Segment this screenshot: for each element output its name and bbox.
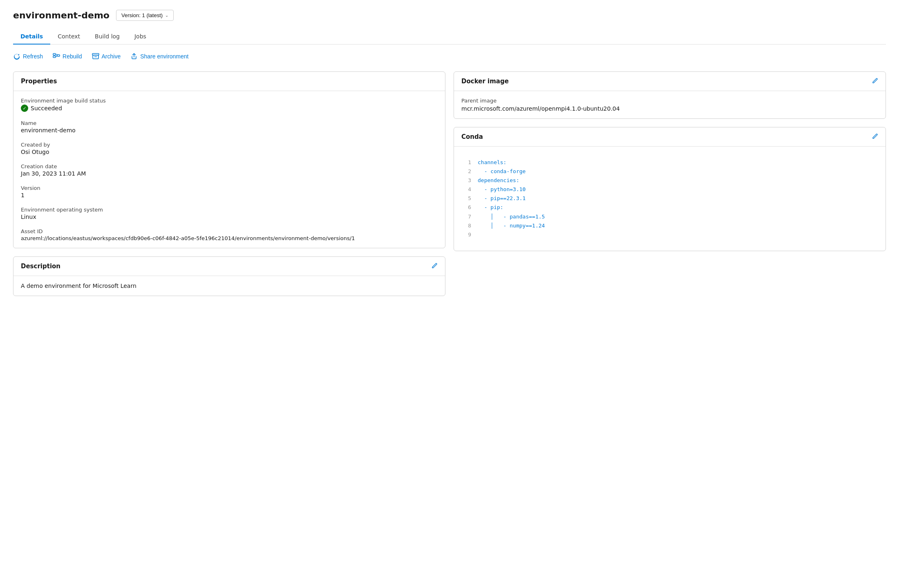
version-prop-label: Version [21, 185, 438, 191]
right-column: Docker image Parent image mcr.microsoft.… [454, 71, 886, 251]
page-title: environment-demo [13, 10, 110, 20]
svg-rect-2 [57, 55, 60, 56]
toolbar: Refresh Rebuild Archive [13, 53, 886, 60]
line-content: │ - pandas==1.5 [478, 212, 545, 221]
rebuild-button[interactable]: Rebuild [53, 53, 82, 60]
description-text: A demo environment for Microsoft Learn [21, 283, 438, 289]
created-by-value: Osi Otugo [21, 149, 438, 155]
line-number: 5 [463, 194, 478, 203]
build-status-text: Succeeded [31, 105, 62, 111]
creation-date-group: Creation date Jan 30, 2023 11:01 AM [21, 163, 438, 177]
line-content: dependencies: [478, 176, 519, 185]
archive-button[interactable]: Archive [92, 53, 121, 60]
refresh-button[interactable]: Refresh [13, 53, 43, 60]
archive-icon [92, 53, 99, 60]
name-value: environment-demo [21, 127, 438, 134]
docker-image-title: Docker image [461, 78, 509, 85]
code-line: 6 - pip: [463, 203, 877, 212]
docker-image-card: Docker image Parent image mcr.microsoft.… [454, 71, 886, 119]
archive-label: Archive [102, 53, 121, 60]
creation-date-value: Jan 30, 2023 11:01 AM [21, 170, 438, 177]
main-content: Properties Environment image build statu… [13, 71, 886, 296]
line-number: 2 [463, 167, 478, 176]
version-prop-value: 1 [21, 192, 438, 198]
line-content: - python=3.10 [478, 185, 526, 194]
tab-context[interactable]: Context [50, 29, 87, 45]
tab-build-log[interactable]: Build log [87, 29, 127, 45]
code-line: 1channels: [463, 158, 877, 167]
line-content: - pip==22.3.1 [478, 194, 526, 203]
properties-card: Properties Environment image build statu… [13, 71, 445, 248]
version-group: Version 1 [21, 185, 438, 198]
line-number: 6 [463, 203, 478, 212]
code-line: 5 - pip==22.3.1 [463, 194, 877, 203]
properties-title: Properties [21, 78, 57, 85]
line-content: - pip: [478, 203, 503, 212]
tab-jobs[interactable]: Jobs [127, 29, 154, 45]
docker-image-header: Docker image [454, 72, 886, 91]
name-group: Name environment-demo [21, 120, 438, 134]
build-status-group: Environment image build status Succeeded [21, 98, 438, 112]
chevron-down-icon: ⌄ [165, 13, 168, 18]
description-title: Description [21, 263, 60, 270]
version-dropdown-label: Version: 1 (latest) [121, 12, 163, 18]
asset-id-value: azureml://locations/eastus/workspaces/cf… [21, 235, 438, 241]
asset-id-group: Asset ID azureml://locations/eastus/work… [21, 228, 438, 241]
conda-title: Conda [461, 133, 483, 140]
code-line: 7 │ - pandas==1.5 [463, 212, 877, 221]
success-icon [21, 105, 28, 112]
tab-details[interactable]: Details [13, 29, 50, 45]
rebuild-label: Rebuild [63, 53, 82, 60]
created-by-label: Created by [21, 142, 438, 148]
creation-date-label: Creation date [21, 163, 438, 169]
os-group: Environment operating system Linux [21, 207, 438, 220]
line-content: - conda-forge [478, 167, 526, 176]
code-line: 9 [463, 230, 877, 239]
properties-header: Properties [13, 72, 445, 91]
code-line: 4 - python=3.10 [463, 185, 877, 194]
os-value: Linux [21, 214, 438, 220]
created-by-group: Created by Osi Otugo [21, 142, 438, 155]
description-header: Description [13, 257, 445, 276]
line-number: 9 [463, 230, 478, 239]
tabs-nav: Details Context Build log Jobs [13, 29, 886, 45]
docker-image-body: Parent image mcr.microsoft.com/azureml/o… [454, 91, 886, 118]
conda-card: Conda 1channels:2 - conda-forge3dependen… [454, 127, 886, 251]
version-dropdown[interactable]: Version: 1 (latest) ⌄ [116, 10, 174, 21]
line-content: channels: [478, 158, 506, 167]
code-line: 8 │ - numpy==1.24 [463, 221, 877, 230]
conda-body: 1channels:2 - conda-forge3dependencies:4… [454, 147, 886, 251]
line-number: 7 [463, 212, 478, 221]
refresh-icon [13, 53, 20, 60]
line-number: 1 [463, 158, 478, 167]
build-status-label: Environment image build status [21, 98, 438, 104]
name-label: Name [21, 120, 438, 126]
docker-image-edit-icon[interactable] [872, 78, 878, 85]
line-number: 4 [463, 185, 478, 194]
conda-header: Conda [454, 127, 886, 147]
line-number: 8 [463, 221, 478, 230]
build-status-value: Succeeded [21, 105, 438, 112]
line-content: │ - numpy==1.24 [478, 221, 545, 230]
description-card: Description A demo environment for Micro… [13, 256, 445, 296]
svg-rect-1 [53, 56, 56, 58]
asset-id-label: Asset ID [21, 228, 438, 234]
line-number: 3 [463, 176, 478, 185]
description-body: A demo environment for Microsoft Learn [13, 276, 445, 296]
share-icon [130, 53, 138, 60]
os-label: Environment operating system [21, 207, 438, 213]
refresh-label: Refresh [23, 53, 43, 60]
left-column: Properties Environment image build statu… [13, 71, 445, 296]
code-line: 2 - conda-forge [463, 167, 877, 176]
properties-body: Environment image build status Succeeded… [13, 91, 445, 248]
parent-image-label: Parent image [461, 98, 878, 104]
conda-code-block: 1channels:2 - conda-forge3dependencies:4… [461, 153, 878, 244]
page-header: environment-demo Version: 1 (latest) ⌄ [13, 10, 886, 21]
conda-edit-icon[interactable] [872, 134, 878, 140]
parent-image-value: mcr.microsoft.com/azureml/openmpi4.1.0-u… [461, 105, 878, 112]
share-button[interactable]: Share environment [130, 53, 188, 60]
description-edit-icon[interactable] [431, 263, 438, 270]
rebuild-icon [53, 53, 60, 60]
code-line: 3dependencies: [463, 176, 877, 185]
svg-rect-0 [53, 53, 56, 55]
